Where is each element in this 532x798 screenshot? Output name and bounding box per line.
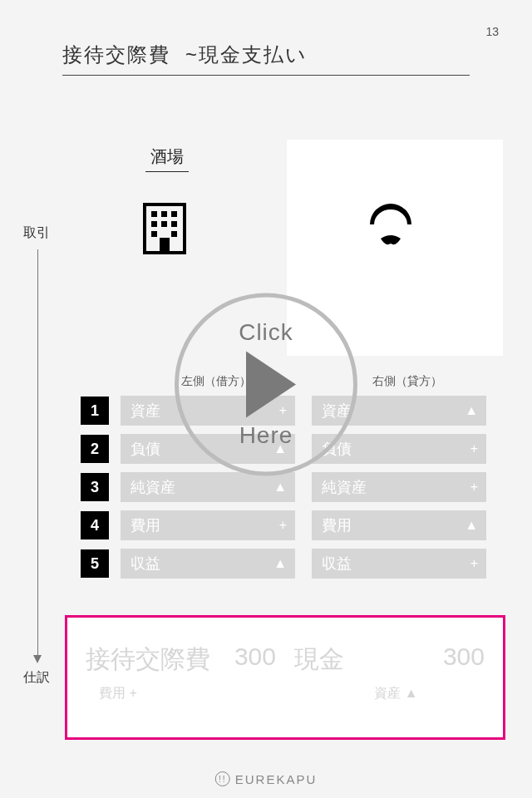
svg-rect-5 [161,221,167,227]
brand-text: EUREKAPU [235,772,318,786]
play-label-top: Click [239,319,293,346]
table-row: 3 純資産 ▲ 純資産 + [81,472,503,502]
row-number: 2 [81,435,109,463]
play-button[interactable]: Click Here [175,293,357,475]
row-number: 5 [81,549,109,578]
journal-debit-amount: 300 [234,643,276,677]
cell-mark-icon: + [470,480,478,495]
row-number: 1 [81,397,109,425]
cell-label: 費用 [131,515,160,535]
cell-label: 負債 [131,439,160,459]
table-row: 5 収益 ▲ 収益 + [81,549,503,579]
brand-logo-icon: !! [215,771,230,786]
debit-cell: 費用 + [121,510,295,540]
play-label-bottom: Here [239,422,293,449]
credit-cell: 費用 ▲ [312,510,486,540]
svg-rect-1 [151,211,157,217]
person-face-icon [357,195,424,262]
cell-label: 純資産 [322,477,367,497]
flow-arrow-head-icon [33,655,42,663]
credit-cell: 純資産 + [312,472,486,502]
cell-mark-icon: ▲ [273,556,287,571]
journal-debit: 接待交際費 300 費用 + [86,643,276,702]
row-number: 3 [81,473,109,501]
cell-mark-icon: + [470,556,478,571]
page-title: 接待交際費 ~現金支払い [62,42,470,76]
cell-label: 収益 [131,554,160,574]
cell-mark-icon: + [279,518,287,533]
debit-cell: 収益 ▲ [121,549,295,579]
page-number: 13 [485,25,499,38]
debit-cell: 純資産 ▲ [121,472,295,502]
cell-label: 資産 [131,401,160,421]
footer-brand: !! EUREKAPU [215,771,318,786]
cell-label: 費用 [322,515,352,535]
cell-mark-icon: ▲ [465,518,478,533]
svg-rect-4 [151,221,157,227]
title-sub: ~現金支払い [185,42,308,68]
table-row: 4 費用 + 費用 ▲ [81,510,503,540]
svg-rect-2 [161,211,167,217]
journal-credit-amount: 300 [443,643,485,677]
journal-credit: 現金 300 資産 ▲ [294,643,485,702]
svg-rect-9 [160,238,170,253]
cell-mark-icon: + [470,441,478,456]
journal-debit-name: 接待交際費 [86,643,210,677]
svg-rect-8 [171,231,177,237]
side-label-torihiki: 取引 [23,224,50,242]
cell-label: 純資産 [131,477,175,497]
flow-arrow-line [37,249,38,657]
party-label-left: 酒場 [145,145,189,172]
journal-credit-sub: 資産 ▲ [308,685,485,702]
title-main: 接待交際費 [62,42,170,68]
row-number: 4 [81,511,109,539]
journal-entry-box: 接待交際費 300 費用 + 現金 300 資産 ▲ [65,615,505,740]
side-label-shiwake: 仕訳 [23,669,50,687]
cell-mark-icon: ▲ [273,480,287,495]
svg-rect-6 [171,221,177,227]
credit-cell: 収益 + [312,549,486,579]
cell-label: 収益 [322,554,352,574]
play-icon [246,351,296,417]
cell-mark-icon: ▲ [465,403,478,418]
svg-rect-3 [171,211,177,217]
svg-rect-7 [151,231,157,237]
journal-debit-sub: 費用 + [99,685,276,702]
journal-credit-name: 現金 [294,643,344,677]
building-icon [140,200,190,258]
